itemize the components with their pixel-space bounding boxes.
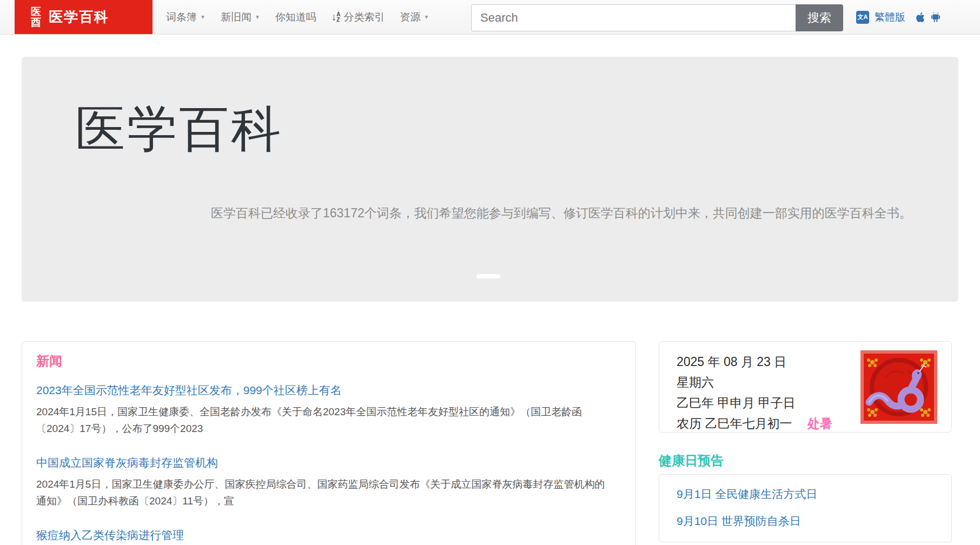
carousel-indicator[interactable]	[476, 274, 500, 278]
site-logo[interactable]: 医 酉 医学百科	[15, 0, 153, 34]
nav-item-ziyuan[interactable]: 资源 ▼	[400, 10, 429, 24]
health-day-link[interactable]: 9月10日 世界预防自杀日	[677, 514, 951, 529]
page: 医 酉 医学百科 词条簿 ▼ 新旧闻 ▼ 你知道吗 ↓ A	[0, 0, 980, 545]
news-item-link[interactable]: 猴痘纳入乙类传染病进行管理	[36, 528, 621, 543]
nav-item-category-index[interactable]: ↓ A Z 分类索引	[332, 10, 385, 24]
nav-label: 词条簿	[166, 10, 197, 24]
search-input[interactable]	[471, 4, 796, 31]
nav-label: 新旧闻	[221, 10, 251, 24]
calendar-panel: 2025 年 08 月 23 日 星期六 乙巳年 甲申月 甲子日 农历 乙巳年七…	[659, 341, 952, 433]
news-item: 2023年全国示范性老年友好型社区发布，999个社区榜上有名 2024年1月15…	[36, 383, 621, 437]
nav-item-nizhidaoma[interactable]: 你知道吗	[275, 10, 316, 24]
apple-icon[interactable]	[914, 11, 925, 23]
main-nav: 词条簿 ▼ 新旧闻 ▼ 你知道吗 ↓ A Z 分类索引	[166, 0, 429, 34]
header-bar: 医 酉 医学百科 词条簿 ▼ 新旧闻 ▼ 你知道吗 ↓ A	[0, 0, 980, 35]
android-icon[interactable]	[930, 11, 941, 23]
news-item-link[interactable]: 2023年全国示范性老年友好型社区发布，999个社区榜上有名	[36, 383, 621, 398]
news-heading: 新闻	[36, 353, 621, 370]
sort-az-icon: ↓ A Z	[332, 11, 341, 23]
site-logo-seal-icon: 医 酉	[31, 6, 41, 28]
sort-arrow-glyph: ↓	[332, 11, 337, 23]
traditional-chinese-link[interactable]: 繁體版	[875, 10, 905, 24]
health-days-panel: 9月1日 全民健康生活方式日 9月10日 世界预防自杀日	[659, 474, 952, 542]
windows-icon[interactable]	[946, 12, 957, 23]
nav-item-xinjiuwen[interactable]: 新旧闻 ▼	[221, 10, 260, 24]
hero-title: 医学百科	[75, 96, 283, 163]
news-panel: 新闻 2023年全国示范性老年友好型社区发布，999个社区榜上有名 2024年1…	[22, 341, 636, 545]
news-item-link[interactable]: 中国成立国家脊灰病毒封存监管机构	[36, 455, 621, 470]
sort-a-glyph: A	[336, 12, 340, 17]
header-right-links: 文A 繁體版	[856, 0, 957, 34]
search-bar: 搜索	[471, 4, 843, 31]
nav-label: 资源	[400, 10, 421, 24]
chevron-down-icon: ▼	[424, 14, 429, 20]
hero-description: 医学百科已经收录了163172个词条，我们希望您能参与到编写、修订医学百科的计划…	[211, 203, 914, 223]
translate-icon[interactable]: 文A	[856, 11, 869, 24]
news-item: 中国成立国家脊灰病毒封存监管机构 2024年1月5日，国家卫生健康委办公厅、国家…	[36, 455, 621, 509]
health-day-link[interactable]: 9月1日 全民健康生活方式日	[677, 487, 951, 502]
calendar-lunar: 农历 乙巳年七月初一	[677, 416, 792, 430]
seal-top-glyph: 医	[31, 6, 41, 17]
news-item-summary: 2024年1月15日，国家卫生健康委、全国老龄办发布《关于命名2023年全国示范…	[36, 403, 613, 437]
hero-banner: 医学百科 医学百科已经收录了163172个词条，我们希望您能参与到编写、修订医学…	[22, 57, 958, 302]
solar-term-link[interactable]: 处暑	[807, 416, 832, 430]
health-days-heading: 健康日预告	[659, 452, 724, 469]
sort-z-glyph: Z	[336, 17, 340, 23]
search-button[interactable]: 搜索	[796, 4, 843, 31]
chevron-down-icon: ▼	[255, 14, 260, 20]
seal-bottom-glyph: 酉	[31, 17, 41, 28]
nav-label: 你知道吗	[275, 10, 316, 24]
zodiac-snake-image	[860, 350, 937, 424]
news-item-summary: 2024年1月5日，国家卫生健康委办公厅、国家疾控局综合司、国家药监局综合司发布…	[36, 476, 613, 509]
chevron-down-icon: ▼	[200, 14, 206, 20]
nav-label: 分类索引	[344, 10, 385, 24]
news-item: 猴痘纳入乙类传染病进行管理	[36, 528, 621, 543]
nav-item-citiaobu[interactable]: 词条簿 ▼	[166, 10, 206, 24]
site-title: 医学百科	[49, 8, 109, 26]
